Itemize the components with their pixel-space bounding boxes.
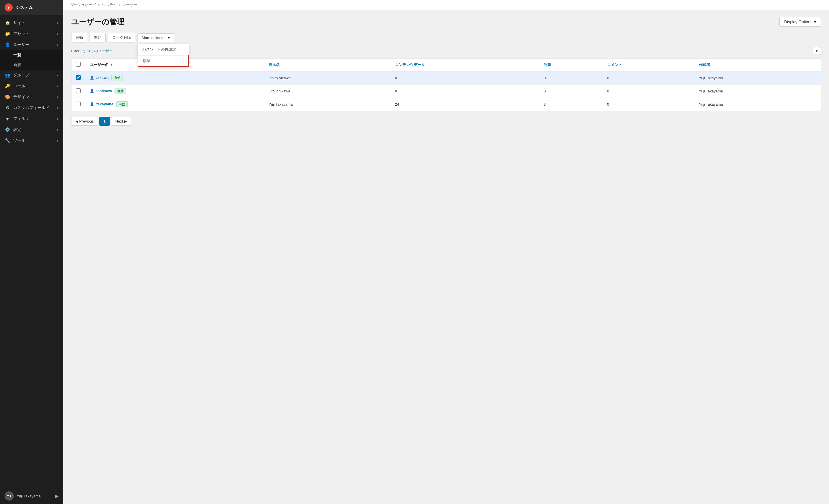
tools-arrow: ▾ bbox=[57, 139, 59, 143]
custom-fields-arrow: ▾ bbox=[57, 106, 59, 110]
table-row: 👤 aikawa 有効 Ichiro Aikawa 0 0 0 Yuji Tak… bbox=[71, 71, 821, 85]
site-arrow: ▾ bbox=[57, 21, 59, 25]
row-3-display-name: Yuji Takayama bbox=[264, 98, 390, 111]
next-page-button[interactable]: Next ▶ bbox=[111, 117, 131, 126]
select-all-checkbox[interactable] bbox=[76, 62, 81, 67]
sidebar-item-user-new[interactable]: 新規 bbox=[0, 60, 63, 70]
design-arrow: ▾ bbox=[57, 95, 59, 99]
tools-icon: 🔧 bbox=[5, 138, 10, 143]
table-header-comments: コメント bbox=[603, 59, 694, 71]
sidebar-item-user-list[interactable]: 一覧 bbox=[0, 50, 63, 60]
username-col-label: ユーザー名 bbox=[90, 63, 109, 67]
next-arrow: ▶ bbox=[124, 119, 127, 123]
more-actions-wrapper: More actions... ▾ パスワードの再設定 削除 bbox=[138, 33, 174, 42]
row-2-comments: 0 bbox=[603, 85, 694, 98]
groups-icon: 👥 bbox=[5, 73, 10, 78]
sidebar-item-groups[interactable]: 👥 グループ ▾ bbox=[0, 70, 63, 81]
row-1-author: Yuji Takayama bbox=[694, 71, 821, 85]
sidebar-item-label-custom-fields: カスタムフィールド bbox=[13, 105, 49, 110]
row-2-checkbox[interactable] bbox=[76, 88, 81, 93]
filter-dropdown[interactable]: ▾ bbox=[813, 47, 821, 55]
main-content: ダッシュボード > システム > ユーザー ユーザーの管理 Display Op… bbox=[63, 0, 829, 504]
table-header-content-data: コンテンツデータ bbox=[390, 59, 539, 71]
page-title: ユーザーの管理 bbox=[71, 17, 124, 27]
enable-button[interactable]: 有効 bbox=[71, 33, 87, 42]
row-1-checkbox-cell[interactable] bbox=[71, 71, 85, 85]
assets-icon: 📁 bbox=[5, 31, 10, 36]
username-sort-arrow: ↑ bbox=[111, 63, 112, 67]
users-icon: 👤 bbox=[5, 42, 10, 47]
row-2-display-name: Jiro Ichikawa bbox=[264, 85, 390, 98]
sidebar-header: ● システム ⋮ bbox=[0, 0, 63, 15]
sidebar-item-label-settings: 設定 bbox=[13, 127, 21, 132]
sidebar-item-label-groups: グループ bbox=[13, 73, 29, 78]
row-1-username-link[interactable]: aikawa bbox=[97, 75, 109, 80]
sidebar-item-label-design: デザイン bbox=[13, 95, 29, 100]
sidebar-item-custom-fields[interactable]: ⚙ カスタムフィールド ▾ bbox=[0, 103, 63, 113]
table-header-articles: 記事 bbox=[539, 59, 603, 71]
pagination: ◀ Previous 1 Next ▶ bbox=[71, 117, 821, 126]
display-options-button[interactable]: Display Options ▾ bbox=[779, 17, 821, 27]
row-3-content-data: 24 bbox=[390, 98, 539, 111]
current-page-button[interactable]: 1 bbox=[99, 117, 110, 126]
table-header-select-all[interactable] bbox=[71, 59, 85, 71]
breadcrumb-sep-2: > bbox=[118, 3, 121, 7]
sidebar-item-tools[interactable]: 🔧 ツール ▾ bbox=[0, 135, 63, 146]
unlock-button[interactable]: ロック解除 bbox=[108, 33, 135, 42]
disable-button[interactable]: 無効 bbox=[89, 33, 106, 42]
more-actions-arrow: ▾ bbox=[168, 36, 170, 40]
settings-icon: ⚙️ bbox=[5, 127, 10, 132]
sidebar-item-settings[interactable]: ⚙️ 設定 ▾ bbox=[0, 124, 63, 135]
filter-all-users[interactable]: すべてのユーザー bbox=[83, 48, 113, 54]
prev-label: Previous bbox=[79, 119, 94, 123]
row-1-status-badge: 有効 bbox=[111, 75, 123, 81]
row-2-content-data: 0 bbox=[390, 85, 539, 98]
row-2-articles: 0 bbox=[539, 85, 603, 98]
custom-fields-icon: ⚙ bbox=[5, 105, 10, 110]
table-header-display-name: 表示名 bbox=[264, 59, 390, 71]
sidebar-item-label-tools: ツール bbox=[13, 138, 25, 143]
sidebar-item-roles[interactable]: 🔑 ロール ▾ bbox=[0, 81, 63, 92]
breadcrumb: ダッシュボード > システム > ユーザー bbox=[70, 2, 822, 7]
row-1-username: 👤 aikawa 有効 bbox=[85, 71, 264, 85]
sidebar: ● システム ⋮ 🏠 サイト ▾ 📁 アセット ▾ 👤 ユーザー bbox=[0, 0, 63, 504]
row-3-checkbox[interactable] bbox=[76, 102, 81, 106]
more-actions-dropdown: パスワードの再設定 削除 bbox=[138, 44, 189, 67]
sidebar-item-assets[interactable]: 📁 アセット ▾ bbox=[0, 28, 63, 39]
toolbar: 有効 無効 ロック解除 More actions... ▾ パスワードの再設定 … bbox=[71, 33, 821, 42]
sidebar-menu-icon[interactable]: ⋮ bbox=[53, 4, 59, 11]
dropdown-item-delete[interactable]: 削除 bbox=[138, 55, 189, 67]
sidebar-footer: YT Yuji Takayama ▶ bbox=[0, 488, 63, 504]
sidebar-item-design[interactable]: 🎨 デザイン ▾ bbox=[0, 92, 63, 103]
row-3-status-badge: 有効 bbox=[116, 101, 128, 107]
topbar: ダッシュボード > システム > ユーザー bbox=[63, 0, 829, 10]
sidebar-header-left: ● システム bbox=[5, 3, 33, 11]
row-2-username-link[interactable]: ichikawa bbox=[97, 89, 112, 93]
row-1-content-data: 0 bbox=[390, 71, 539, 85]
design-icon: 🎨 bbox=[5, 95, 10, 100]
settings-arrow: ▾ bbox=[57, 128, 59, 132]
row-3-username-link[interactable]: takayama bbox=[97, 102, 113, 106]
row-3-checkbox-cell[interactable] bbox=[71, 98, 85, 111]
dropdown-item-reset-password[interactable]: パスワードの再設定 bbox=[138, 44, 189, 55]
filter-arrow: ▾ bbox=[57, 117, 59, 121]
sidebar-item-site[interactable]: 🏠 サイト ▾ bbox=[0, 17, 63, 28]
users-submenu: 一覧 新規 bbox=[0, 50, 63, 70]
breadcrumb-dashboard: ダッシュボード bbox=[70, 2, 96, 7]
next-label: Next bbox=[115, 119, 123, 123]
sidebar-nav: 🏠 サイト ▾ 📁 アセット ▾ 👤 ユーザー ▴ 一覧 新規 bbox=[0, 15, 63, 488]
row-3-username: 👤 takayama 有効 bbox=[85, 98, 264, 111]
table-header-author: 作成者 bbox=[694, 59, 821, 71]
sidebar-item-filter[interactable]: ▼ フィルタ ▾ bbox=[0, 113, 63, 124]
row-2-checkbox-cell[interactable] bbox=[71, 85, 85, 98]
row-1-checkbox[interactable] bbox=[76, 75, 81, 80]
sidebar-item-users[interactable]: 👤 ユーザー ▴ bbox=[0, 39, 63, 50]
prev-page-button[interactable]: ◀ Previous bbox=[71, 117, 98, 126]
row-2-status-badge: 有効 bbox=[114, 88, 126, 94]
more-actions-button[interactable]: More actions... ▾ bbox=[138, 33, 174, 42]
app-logo: ● bbox=[5, 3, 13, 11]
sidebar-item-label-roles: ロール bbox=[13, 83, 25, 89]
sidebar-item-label-site: サイト bbox=[13, 21, 25, 26]
groups-arrow: ▾ bbox=[57, 73, 59, 77]
user-screen-icon[interactable]: ▶ bbox=[55, 493, 59, 499]
